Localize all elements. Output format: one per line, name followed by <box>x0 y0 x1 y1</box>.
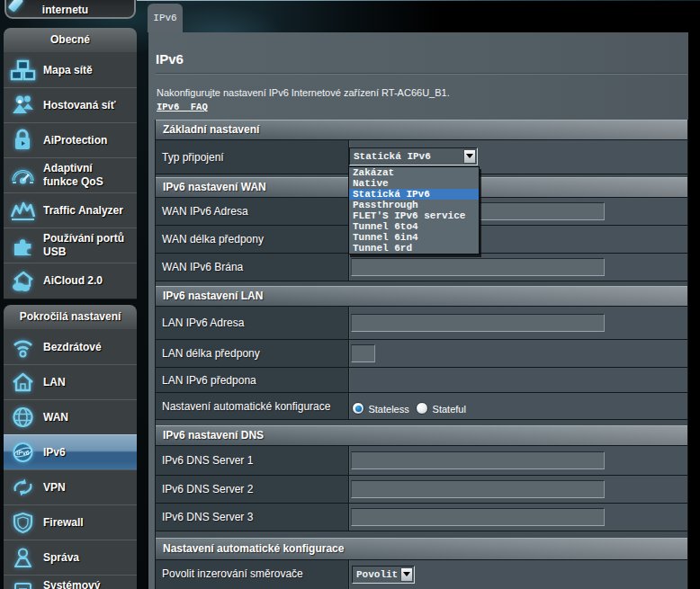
svg-text:IPv6: IPv6 <box>16 450 30 456</box>
